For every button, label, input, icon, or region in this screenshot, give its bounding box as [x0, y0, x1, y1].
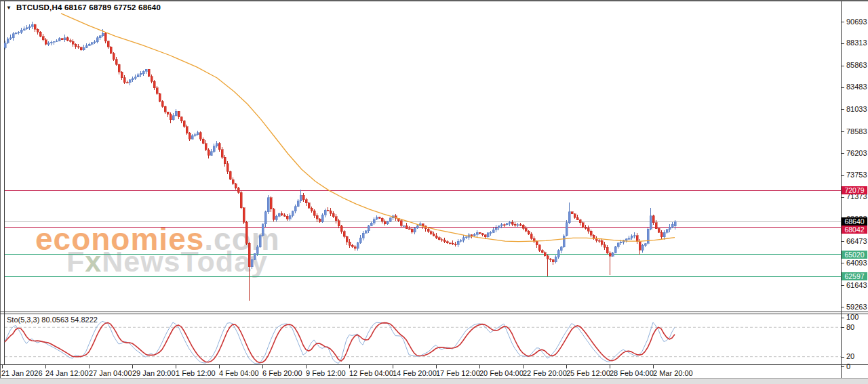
- symbol-ohlc-line: BTCUSD,H4 68167 68789 67752 68640: [16, 3, 161, 12]
- symbol-dropdown-icon[interactable]: ▼: [6, 5, 12, 11]
- indicator-label: Sto(5,3,3) 80.0563 54.8222: [7, 316, 98, 324]
- chart-plot-area[interactable]: [0, 0, 868, 384]
- trading-chart-window: economies.com FxNewsToday ▼ BTCUSD,H4 68…: [0, 0, 868, 384]
- symbol-header: ▼ BTCUSD,H4 68167 68789 67752 68640: [6, 3, 161, 12]
